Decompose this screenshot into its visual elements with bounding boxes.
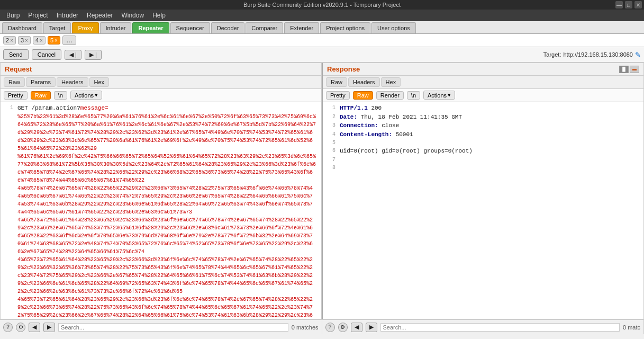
code-line: 7 (323, 156, 643, 164)
status-bar: ? ⚙ ◀ ▶ 0 matches ? ⚙ ◀ ▶ 0 matc (0, 319, 644, 334)
menu-burp[interactable]: Burp (2, 11, 24, 20)
menu-bar: Burp Project Intruder Repeater Window He… (0, 10, 644, 21)
response-tab-hex[interactable]: Hex (381, 77, 401, 87)
view-mode-buttons: ▐▌ ▬ (619, 66, 639, 73)
request-title: Request (5, 65, 32, 73)
response-title: Response (327, 65, 360, 73)
more-tabs-button[interactable]: … (62, 35, 76, 45)
response-tab-raw[interactable]: Raw (326, 77, 347, 87)
response-search-input[interactable] (380, 323, 620, 332)
maximize-button[interactable]: □ (625, 1, 632, 8)
edit-target-icon[interactable]: ✎ (635, 51, 641, 59)
response-code-area[interactable]: 1 HTTP/1.1 200 2 Date: Thu, 18 Feb 2021 … (323, 102, 643, 319)
target-value: http://192.168.15.130:8080 (563, 51, 633, 58)
search-prev-button[interactable]: ◀ (29, 323, 40, 332)
code-line: 4%65%73%72%65%61%64%28%23%65%29%2c%23%66… (1, 296, 321, 319)
request-actions-btn[interactable]: Actions ▾ (70, 91, 102, 100)
response-sub-tabs: Raw Headers Hex (323, 76, 643, 89)
response-ln-btn[interactable]: \n (407, 91, 420, 100)
request-tab-headers[interactable]: Headers (57, 77, 88, 87)
request-pane: Request Raw Params Headers Hex Pretty Ra… (0, 63, 322, 319)
req-tab-3[interactable]: 3 × (18, 36, 31, 44)
main-content: Request Raw Params Headers Hex Pretty Ra… (0, 63, 644, 319)
prev-button[interactable]: ◀ | (65, 50, 81, 60)
tab-sequencer[interactable]: Sequencer (170, 22, 210, 33)
req-tab-2[interactable]: 2 × (3, 36, 16, 44)
tab-target[interactable]: Target (43, 22, 71, 33)
response-pane-header: Response ▐▌ ▬ (323, 63, 643, 76)
request-match-count: 0 matches (292, 324, 319, 331)
settings-icon[interactable]: ⚙ (16, 323, 25, 332)
code-line: 2 Date: Thu, 18 Feb 2021 11:41:35 GMT (323, 113, 643, 122)
code-line: %61%76%61%2e%69%6f%2e%42%75%66%66%65%72%… (1, 153, 321, 184)
menu-window[interactable]: Window (117, 11, 148, 20)
code-line: 1 HTTP/1.1 200 (323, 104, 643, 113)
target-label: Target: (543, 51, 561, 58)
window-controls[interactable]: — □ ✕ (615, 1, 642, 8)
req-tab-5[interactable]: 5 × (48, 36, 60, 44)
response-raw-btn[interactable]: Raw (353, 91, 373, 100)
toolbar: Send Cancel ◀ | ▶ | Target: http://192.1… (0, 47, 644, 63)
search-next-button-right[interactable]: ▶ (366, 323, 377, 332)
menu-project[interactable]: Project (24, 11, 52, 20)
request-tab-hex[interactable]: Hex (89, 77, 110, 87)
minimize-button[interactable]: — (615, 1, 623, 8)
send-button[interactable]: Send (3, 49, 29, 60)
code-line: 4 Content-Length: 50001 (323, 130, 643, 139)
tab-project-options[interactable]: Project options (320, 22, 370, 33)
response-pretty-btn[interactable]: Pretty (326, 91, 350, 100)
tab-user-options[interactable]: User options (371, 22, 416, 33)
response-pane: Response ▐▌ ▬ Raw Headers Hex Pretty Raw… (322, 63, 644, 319)
response-render-btn[interactable]: Render (376, 91, 404, 100)
response-status-pane: ? ⚙ ◀ ▶ 0 matc (322, 320, 645, 334)
response-actions-btn[interactable]: Actions ▾ (423, 91, 455, 100)
menu-help[interactable]: Help (148, 11, 170, 20)
tab-comparer[interactable]: Comparer (246, 22, 283, 33)
cancel-button[interactable]: Cancel (32, 49, 61, 60)
close-tab-4[interactable]: × (40, 38, 43, 43)
tab-intruder[interactable]: Intruder (100, 22, 132, 33)
request-pretty-btn[interactable]: Pretty (4, 91, 28, 100)
next-button[interactable]: ▶ | (85, 50, 102, 60)
code-line: 4%65%78%74%2e%67%65%74%28%22%65%22%29%2c… (1, 184, 321, 216)
split-horizontal-icon[interactable]: ▐▌ (619, 66, 629, 73)
tab-dashboard[interactable]: Dashboard (2, 22, 42, 33)
response-match-count: 0 matc (623, 324, 640, 331)
tab-proxy[interactable]: Proxy (72, 22, 98, 33)
search-prev-button-right[interactable]: ◀ (351, 323, 362, 332)
request-code-area[interactable]: 1 GET /param.action?message= %25%7b%23%6… (1, 102, 321, 319)
code-line: 8 (323, 164, 643, 172)
request-tab-params[interactable]: Params (26, 77, 56, 87)
search-next-button[interactable]: ▶ (43, 323, 55, 332)
req-tab-4[interactable]: 4 × (33, 36, 46, 44)
tab-repeater[interactable]: Repeater (132, 22, 169, 33)
menu-repeater[interactable]: Repeater (83, 11, 117, 20)
request-pane-header: Request (1, 63, 321, 76)
tab-decoder[interactable]: Decoder (211, 22, 245, 33)
code-line: 1 GET /param.action?message= (1, 104, 321, 113)
close-button[interactable]: ✕ (634, 1, 642, 8)
help-icon-right[interactable]: ? (325, 323, 335, 332)
settings-icon-right[interactable]: ⚙ (338, 323, 348, 332)
request-tab-raw[interactable]: Raw (4, 77, 25, 87)
code-line: 4%65%73%72%65%61%64%28%23%65%29%2c%23%66… (1, 256, 321, 296)
request-tabs: 2 × 3 × 4 × 5 × … (0, 34, 644, 47)
response-editor-toolbar: Pretty Raw Render \n Actions ▾ (323, 89, 643, 102)
close-tab-2[interactable]: × (10, 38, 13, 43)
code-line: 5 (323, 139, 643, 147)
title-bar: Burp Suite Community Edition v2020.9.1 -… (0, 0, 644, 10)
menu-intruder[interactable]: Intruder (52, 11, 83, 20)
code-line: %25%7b%23%61%3d%28%6e%65%77%20%6a%61%76%… (1, 113, 321, 153)
response-tab-headers[interactable]: Headers (348, 77, 380, 87)
tab-extender[interactable]: Extender (284, 22, 319, 33)
close-tab-3[interactable]: × (25, 38, 28, 43)
request-raw-btn[interactable]: Raw (31, 91, 51, 100)
request-status-pane: ? ⚙ ◀ ▶ 0 matches (0, 320, 322, 334)
request-ln-btn[interactable]: \n (54, 91, 67, 100)
request-actions-chevron-icon: ▾ (95, 92, 98, 99)
request-editor-toolbar: Pretty Raw \n Actions ▾ (1, 89, 321, 102)
close-tab-5[interactable]: × (55, 38, 58, 43)
request-search-input[interactable] (58, 323, 288, 332)
split-vertical-icon[interactable]: ▬ (630, 66, 639, 73)
help-icon[interactable]: ? (3, 323, 13, 332)
